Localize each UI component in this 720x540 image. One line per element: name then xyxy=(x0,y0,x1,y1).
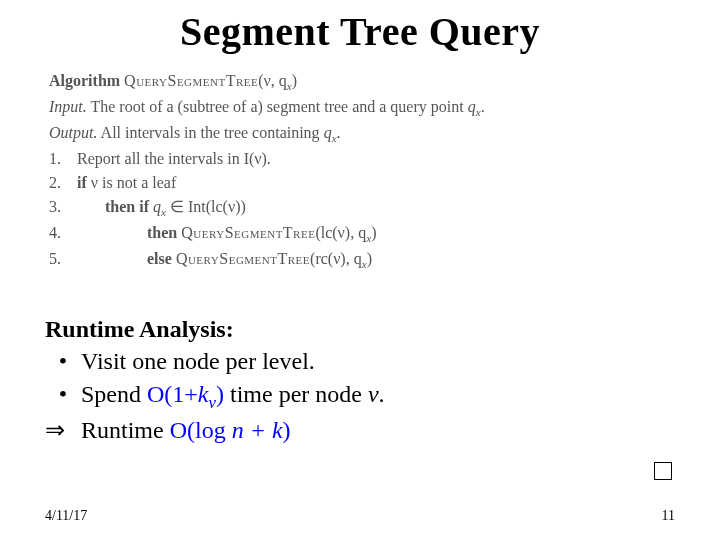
step-body: if ν is not a leaf xyxy=(77,171,675,195)
text: ) xyxy=(283,417,291,443)
keyword-then: then xyxy=(147,224,181,241)
bullet-mark: • xyxy=(45,378,81,414)
algo-output-label: Output. xyxy=(49,124,97,141)
step-call: QuerySegmentTree xyxy=(181,224,315,241)
text: O(log xyxy=(170,417,232,443)
algo-header-args-close: ) xyxy=(292,72,297,89)
algo-output: Output. All intervals in the tree contai… xyxy=(49,121,675,147)
text: time per node xyxy=(224,381,368,407)
var-v: v xyxy=(368,381,379,407)
implies-arrow: ⇒ xyxy=(45,414,81,446)
step-num: 2. xyxy=(49,171,77,195)
step-body: then QuerySegmentTree(lc(ν), qx) xyxy=(77,221,675,247)
var-v-sub: v xyxy=(209,392,216,411)
step-args-close: ) xyxy=(367,250,372,267)
runtime-analysis: Runtime Analysis: • Visit one node per l… xyxy=(45,313,675,447)
keyword-if: if xyxy=(77,174,91,191)
bullet-text: Visit one node per level. xyxy=(81,345,315,377)
bullet-2: • Spend O(1+kv) time per node v. xyxy=(45,378,675,414)
step-args-close: ) xyxy=(371,224,376,241)
slide: Segment Tree Query Algorithm QuerySegmen… xyxy=(0,0,720,540)
step-body: Report all the intervals in I(ν). xyxy=(77,147,675,171)
runtime-text: Runtime O(log n + k) xyxy=(81,414,291,446)
step-num: 3. xyxy=(49,195,77,221)
bullet-mark: • xyxy=(45,345,81,377)
footer: 4/11/17 11 xyxy=(45,508,675,524)
qed-box-icon xyxy=(654,462,672,480)
text: . xyxy=(379,381,385,407)
text: O(1+ xyxy=(147,381,198,407)
text: Runtime xyxy=(81,417,170,443)
algo-step-3: 3. then if qx ∈ Int(lc(ν)) xyxy=(49,195,675,221)
step-text: ν is not a leaf xyxy=(91,174,176,191)
step-var: q xyxy=(153,198,161,215)
step-num: 5. xyxy=(49,247,77,273)
algo-step-4: 4. then QuerySegmentTree(lc(ν), qx) xyxy=(49,221,675,247)
algo-header: Algorithm QuerySegmentTree(ν, qx) xyxy=(49,69,675,95)
slide-title: Segment Tree Query xyxy=(45,8,675,55)
step-args: (rc(ν), q xyxy=(310,250,362,267)
algo-step-2: 2. if ν is not a leaf xyxy=(49,171,675,195)
algo-input-var: q xyxy=(468,98,476,115)
algo-header-prefix: Algorithm xyxy=(49,72,120,89)
algo-output-end: . xyxy=(337,124,341,141)
var-k: k xyxy=(198,381,209,407)
step-call: QuerySegmentTree xyxy=(176,250,310,267)
keyword-then-if: then if xyxy=(105,198,153,215)
step-body: then if qx ∈ Int(lc(ν)) xyxy=(77,195,675,221)
algo-step-5: 5. else QuerySegmentTree(rc(ν), qx) xyxy=(49,247,675,273)
algorithm-block: Algorithm QuerySegmentTree(ν, qx) Input.… xyxy=(49,69,675,273)
var-k: k xyxy=(272,417,283,443)
var-n: n xyxy=(232,417,244,443)
runtime-conclusion: ⇒ Runtime O(log n + k) xyxy=(45,414,675,446)
algo-input-end: . xyxy=(481,98,485,115)
algo-header-args: (ν, q xyxy=(258,72,287,89)
algo-step-1: 1. Report all the intervals in I(ν). xyxy=(49,147,675,171)
bullet-text: Spend O(1+kv) time per node v. xyxy=(81,378,385,414)
complexity: O(log n + k) xyxy=(170,417,291,443)
footer-page: 11 xyxy=(662,508,675,524)
bullet-1: • Visit one node per level. xyxy=(45,345,675,377)
step-args: (lc(ν), q xyxy=(315,224,366,241)
algo-input-label: Input. xyxy=(49,98,87,115)
step-text: ∈ Int(lc(ν)) xyxy=(166,198,246,215)
step-num: 4. xyxy=(49,221,77,247)
text: + xyxy=(244,417,272,443)
step-num: 1. xyxy=(49,147,77,171)
keyword-else: else xyxy=(147,250,176,267)
algo-header-name: QuerySegmentTree xyxy=(124,72,258,89)
algo-input-text: The root of a (subtree of a) segment tre… xyxy=(87,98,468,115)
text: ) xyxy=(216,381,224,407)
footer-date: 4/11/17 xyxy=(45,508,87,524)
complexity: O(1+kv) xyxy=(147,381,224,407)
step-body: else QuerySegmentTree(rc(ν), qx) xyxy=(77,247,675,273)
analysis-heading: Runtime Analysis: xyxy=(45,313,675,345)
algo-input: Input. The root of a (subtree of a) segm… xyxy=(49,95,675,121)
algo-output-var: q xyxy=(324,124,332,141)
algo-output-text: All intervals in the tree containing xyxy=(97,124,323,141)
text: Spend xyxy=(81,381,147,407)
